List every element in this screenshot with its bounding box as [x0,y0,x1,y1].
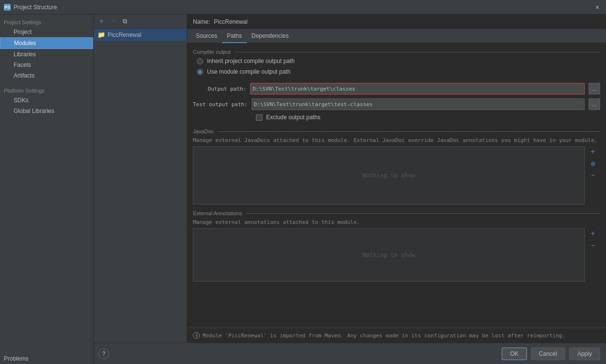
compiler-output-header-line: Compiler output [193,49,600,55]
panel-content: Compiler output Inherit project compile … [187,43,606,328]
output-path-label: Output path: [193,86,246,92]
content-wrapper: + − ⧉ 📁 PiccRenewal Name: PiccRenewal [94,15,606,364]
exclude-label: Exclude output paths [266,114,320,121]
javadoc-side-buttons: + ⊕ − [588,146,598,180]
right-panel: Name: PiccRenewal Sources Paths Dependen… [187,15,606,343]
info-icon: ℹ [193,332,200,339]
javadoc-title: JavaDoc [193,128,214,134]
tab-paths[interactable]: Paths [222,30,247,43]
ext-ann-add-button[interactable]: + [588,228,598,239]
ext-ann-header-line: External Annotations [193,210,600,216]
tab-sources[interactable]: Sources [191,30,222,43]
ok-button[interactable]: OK [502,348,526,360]
sidebar: Project Settings Project Modules Librari… [0,15,94,364]
left-panel: + − ⧉ 📁 PiccRenewal [94,15,187,343]
add-module-button[interactable]: + [96,16,106,26]
content-split: + − ⧉ 📁 PiccRenewal Name: PiccRenewal [94,15,606,343]
javadoc-remove-button[interactable]: − [588,170,598,180]
ext-ann-remove-button[interactable]: − [588,240,598,251]
ext-ann-title: External Annotations [193,210,242,216]
ext-ann-description: Manage external annotations attached to … [193,219,600,225]
output-path-input[interactable] [250,83,585,95]
help-button[interactable]: ? [98,348,109,359]
sidebar-item-artifacts[interactable]: Artifacts [0,70,93,81]
module-item-label: PiccRenewal [108,32,141,38]
bottom-info: ℹ Module 'PiccRenewal' is imported from … [187,328,606,343]
app-icon: PS [4,4,11,11]
sidebar-item-modules[interactable]: Modules [0,37,93,49]
ext-ann-side-buttons: + − [588,228,598,251]
bottom-info-text: Module 'PiccRenewal' is imported from Ma… [203,332,565,339]
sidebar-item-libraries[interactable]: Libraries [0,49,93,60]
name-label: Name: [193,18,210,25]
dialog-footer: ? OK Cancel Apply [94,343,606,364]
window-title: Project Structure [14,4,57,11]
exclude-checkbox-row: Exclude output paths [193,114,600,121]
copy-module-button[interactable]: ⧉ [120,16,129,26]
ext-ann-box: Nothing to show [193,228,585,282]
sidebar-item-problems[interactable]: Problems [0,353,93,364]
sidebar-item-project[interactable]: Project [0,27,93,37]
external-annotations-section: External Annotations Manage external ann… [193,210,600,282]
ext-ann-wrapper: Nothing to show + − [193,228,585,282]
javadoc-section: JavaDoc Manage external JavaDocs attache… [193,128,600,205]
title-bar: PS Project Structure × [0,0,606,15]
javadoc-description: Manage external JavaDocs attached to thi… [193,137,600,143]
javadoc-add-special-button[interactable]: ⊕ [588,158,598,169]
remove-module-button[interactable]: − [108,16,118,26]
test-output-path-browse-button[interactable]: … [589,98,600,110]
module-name-value: PiccRenewal [214,18,247,25]
tabs-row: Sources Paths Dependencies [187,30,606,43]
test-output-path-input[interactable] [252,98,585,110]
module-toolbar: + − ⧉ [94,15,187,29]
radio-inherit[interactable]: Inherit project compile output path [197,58,600,64]
close-button[interactable]: × [592,2,602,12]
compiler-output-divider [235,52,600,52]
test-output-path-label: Test output path: [193,101,248,108]
radio-inherit-label: Inherit project compile output path [207,58,295,64]
radio-inherit-input[interactable] [197,58,203,64]
exclude-checkbox[interactable] [256,114,262,121]
name-row: Name: PiccRenewal [187,15,606,30]
compiler-output-section: Compiler output Inherit project compile … [193,49,600,121]
radio-use-module-label: Use module compile output path [207,68,290,75]
radio-use-module-input[interactable] [197,69,203,75]
javadoc-wrapper: Nothing to show + ⊕ − [193,146,585,205]
ext-ann-empty-text: Nothing to show [363,252,415,258]
javadoc-add-button[interactable]: + [588,146,598,157]
javadoc-box: Nothing to show [193,146,585,205]
sidebar-item-facets[interactable]: Facets [0,60,93,70]
compiler-output-title: Compiler output [193,49,231,55]
title-bar-left: PS Project Structure [4,4,57,11]
javadoc-divider [218,131,600,132]
cancel-button[interactable]: Cancel [531,348,565,360]
radio-use-module[interactable]: Use module compile output path [197,68,600,75]
apply-button[interactable]: Apply [569,348,600,360]
tab-dependencies[interactable]: Dependencies [247,30,294,43]
compiler-output-radio-group: Inherit project compile output path Use … [193,58,600,75]
main-layout: Project Settings Project Modules Librari… [0,15,606,364]
test-output-path-row: Test output path: … [193,98,600,110]
platform-settings-header: Platform Settings [0,85,93,95]
module-folder-icon: 📁 [97,31,105,38]
output-path-row: Output path: … [193,83,600,95]
javadoc-header-line: JavaDoc [193,128,600,134]
javadoc-empty-text: Nothing to show [363,172,415,179]
module-item-picc-renewal[interactable]: 📁 PiccRenewal [94,29,187,41]
sidebar-item-sdks[interactable]: SDKs [0,95,93,106]
ext-ann-divider [246,213,600,214]
output-path-browse-button[interactable]: … [589,83,600,95]
project-settings-header: Project Settings [0,16,93,27]
sidebar-item-global-libraries[interactable]: Global Libraries [0,106,93,116]
